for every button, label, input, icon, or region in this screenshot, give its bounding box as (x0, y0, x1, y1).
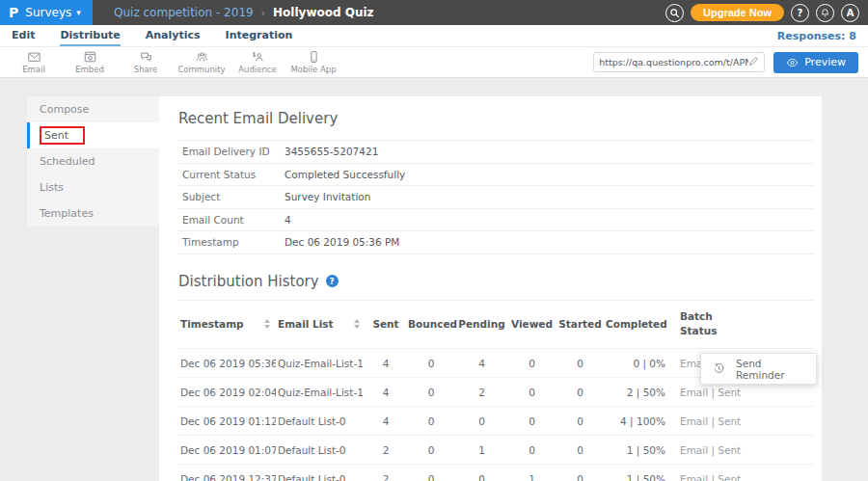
sort-icon[interactable] (354, 319, 360, 329)
cell-viewed: 0 (507, 378, 556, 407)
cell-email-list: Default List-0 (276, 407, 366, 436)
share-icon (139, 50, 153, 64)
cell-viewed: 0 (507, 407, 556, 436)
distribute-toolbar: Email Embed Share Community Audience Mob… (0, 47, 868, 78)
detail-value: Completed Successfully (285, 169, 405, 180)
column-actions (759, 300, 814, 349)
table-row: Dec 06 2019 12:37 PM Default List-0 2 0 … (178, 465, 814, 481)
pencil-icon (748, 56, 759, 67)
audience-icon (251, 50, 265, 64)
channel-community[interactable]: Community (174, 50, 230, 74)
notifications-button[interactable] (816, 4, 834, 22)
column-timestamp: Timestamp (178, 300, 276, 349)
cell-pending: 2 (456, 378, 507, 407)
detail-label: Subject (178, 191, 285, 202)
product-label: Surveys (25, 6, 71, 19)
channel-label: Audience (238, 65, 276, 74)
cell-sent: 4 (366, 349, 406, 378)
edit-url-button[interactable] (748, 56, 759, 69)
topbar-actions: Upgrade Now ? A (665, 4, 868, 22)
channel-embed[interactable]: Embed (62, 50, 118, 74)
survey-url-input[interactable] (599, 57, 748, 67)
column-email-list: Email List (276, 300, 366, 349)
detail-row: Subject Survey Invitation (178, 186, 814, 209)
column-bounced: Bounced (406, 300, 456, 349)
cell-actions (759, 436, 814, 465)
eye-icon (786, 58, 799, 67)
breadcrumb-current: Hollywood Quiz (273, 6, 374, 19)
mobile-app-icon (307, 50, 321, 64)
sidebar-item-sent[interactable]: Sent (27, 122, 159, 148)
channel-mobile-app[interactable]: Mobile App (285, 50, 341, 74)
send-reminder-menu-item[interactable]: Send Reminder (701, 354, 816, 384)
email-icon (27, 50, 41, 64)
cell-batch-status: Email | Sent (667, 436, 759, 465)
menu-item-label: Send Reminder (736, 358, 804, 381)
cell-timestamp: Dec 06 2019 12:37 PM (178, 465, 276, 481)
community-icon (195, 50, 209, 64)
cell-sent: 2 (366, 436, 406, 465)
breadcrumb-separator-icon: › (261, 7, 265, 19)
breadcrumb-parent[interactable]: Quiz competition - 2019 (114, 6, 254, 19)
sidebar-item-scheduled[interactable]: Scheduled (27, 148, 159, 174)
cell-bounced: 0 (406, 378, 456, 407)
tab-distribute[interactable]: Distribute (60, 25, 120, 46)
recent-email-delivery-details: Email Delivery ID 3455655-5207421 Curren… (178, 140, 814, 254)
channel-label: Email (22, 65, 45, 74)
recent-email-delivery-title: Recent Email Delivery (178, 110, 814, 127)
cell-batch-status: Email | Sent (667, 465, 759, 481)
cell-timestamp: Dec 06 2019 05:36 PM (178, 349, 276, 378)
cell-viewed: 0 (507, 349, 556, 378)
cell-completed: 1 | 50% (604, 436, 667, 465)
cell-timestamp: Dec 06 2019 01:12 PM (178, 407, 276, 436)
channel-audience[interactable]: Audience (230, 50, 285, 74)
sidebar-item-lists[interactable]: Lists (27, 174, 159, 200)
channel-label: Community (177, 65, 225, 74)
tab-edit[interactable]: Edit (12, 25, 35, 46)
detail-value: 3455655-5207421 (285, 146, 378, 157)
detail-label: Email Count (178, 214, 285, 226)
detail-value: 4 (285, 214, 291, 226)
channel-label: Embed (75, 65, 104, 74)
brand-surveys-menu[interactable]: P Surveys ▾ (0, 0, 93, 25)
detail-label: Email Delivery ID (178, 146, 285, 157)
responses-count[interactable]: Responses: 8 (777, 25, 856, 46)
detail-value: Dec 06 2019 05:36 PM (285, 236, 399, 248)
tab-analytics[interactable]: Analytics (146, 25, 201, 46)
cell-email-list: Quiz-Email-List-1 (276, 378, 366, 407)
cell-pending: 0 (456, 407, 507, 436)
sidebar-item-label: Lists (40, 181, 64, 194)
reminder-clock-icon (713, 362, 725, 375)
cell-viewed: 1 (507, 465, 556, 481)
detail-row: Email Count 4 (178, 209, 814, 232)
upgrade-now-button[interactable]: Upgrade Now (691, 4, 784, 21)
bell-icon (820, 8, 830, 18)
cell-bounced: 0 (406, 465, 456, 481)
breadcrumb: Quiz competition - 2019 › Hollywood Quiz (114, 6, 374, 19)
channel-email[interactable]: Email (6, 50, 62, 74)
help-button[interactable]: ? (791, 4, 809, 22)
sidebar-item-label: Scheduled (40, 155, 95, 168)
sidebar-item-templates[interactable]: Templates (27, 200, 159, 227)
cell-timestamp: Dec 06 2019 01:07 PM (178, 436, 276, 465)
search-button[interactable] (665, 4, 684, 22)
cell-completed: 2 | 50% (604, 378, 667, 407)
sidebar-item-compose[interactable]: Compose (27, 96, 159, 122)
cell-bounced: 0 (406, 407, 456, 436)
cell-completed: 1 | 50% (604, 465, 667, 481)
channel-label: Mobile App (290, 65, 336, 74)
avatar[interactable]: A (841, 4, 859, 22)
cell-bounced: 0 (406, 436, 456, 465)
tab-integration[interactable]: Integration (226, 25, 293, 46)
sort-icon[interactable] (264, 319, 270, 329)
distribution-history-help-button[interactable]: ? (326, 275, 339, 287)
cell-viewed: 0 (507, 436, 556, 465)
row-actions-context-menu: Send Reminder (700, 353, 817, 385)
questionpro-logo-icon: P (9, 6, 18, 19)
channel-share[interactable]: Share (118, 50, 174, 74)
preview-button[interactable]: Preview (773, 52, 858, 73)
annotation-highlight: Sent (40, 126, 85, 145)
cell-email-list: Default List-0 (276, 465, 366, 481)
detail-value: Survey Invitation (285, 191, 370, 202)
top-bar: P Surveys ▾ Quiz competition - 2019 › Ho… (0, 0, 868, 25)
